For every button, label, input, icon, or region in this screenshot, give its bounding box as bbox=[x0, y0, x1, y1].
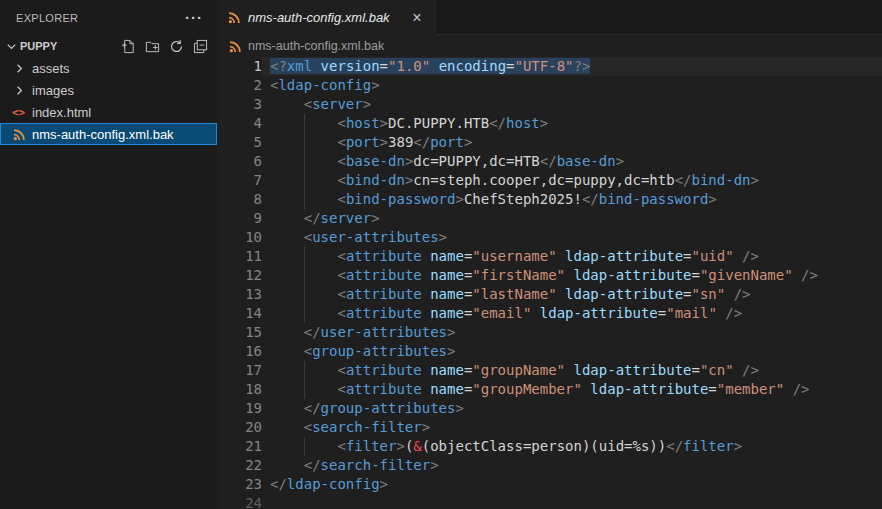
line-text: <ldap-config> bbox=[262, 76, 882, 95]
line-number: 20 bbox=[217, 418, 262, 437]
refresh-icon[interactable] bbox=[167, 37, 185, 55]
line-number: 9 bbox=[217, 209, 262, 228]
code-line-5[interactable]: 5 <port>389</port> bbox=[217, 133, 882, 152]
indent-guide bbox=[304, 304, 305, 323]
indent-guide bbox=[304, 247, 305, 266]
line-number: 13 bbox=[217, 285, 262, 304]
line-number: 17 bbox=[217, 361, 262, 380]
line-number: 5 bbox=[217, 133, 262, 152]
new-folder-icon[interactable] bbox=[143, 37, 161, 55]
chevron-down-icon bbox=[4, 39, 18, 53]
close-icon[interactable]: × bbox=[407, 10, 427, 26]
explorer-sidebar: EXPLORER ··· PUPPY assetsimages<>index.h… bbox=[0, 0, 217, 509]
line-text: </server> bbox=[262, 209, 882, 228]
tab-nms-auth-config[interactable]: nms-auth-config.xml.bak × bbox=[217, 0, 435, 35]
line-text: <user-attributes> bbox=[262, 228, 882, 247]
line-number: 21 bbox=[217, 437, 262, 456]
code-area[interactable]: 1<?xml version="1.0" encoding="UTF-8"?>2… bbox=[217, 57, 882, 509]
explorer-title: EXPLORER bbox=[16, 12, 78, 24]
code-line-2[interactable]: 2<ldap-config> bbox=[217, 76, 882, 95]
editor-group: nms-auth-config.xml.bak × nms-auth-confi… bbox=[217, 0, 882, 509]
line-number: 7 bbox=[217, 171, 262, 190]
collapse-all-icon[interactable] bbox=[191, 37, 209, 55]
line-text: </group-attributes> bbox=[262, 399, 882, 418]
xml-file-icon bbox=[227, 10, 242, 25]
explorer-actions bbox=[119, 37, 209, 55]
text-selection: <?xml version="1.0" encoding="UTF-8"?> bbox=[270, 58, 590, 74]
code-line-3[interactable]: 3 <server> bbox=[217, 95, 882, 114]
line-number: 23 bbox=[217, 475, 262, 494]
item-label: index.html bbox=[32, 105, 91, 120]
code-line-10[interactable]: 10 <user-attributes> bbox=[217, 228, 882, 247]
chevron-right bbox=[12, 61, 32, 76]
indent-guide bbox=[304, 133, 305, 152]
chevron-right bbox=[12, 83, 32, 98]
indent-guide bbox=[304, 266, 305, 285]
indent-guide bbox=[304, 114, 305, 133]
code-line-15[interactable]: 15 </user-attributes> bbox=[217, 323, 882, 342]
code-line-24[interactable]: 24 bbox=[217, 494, 882, 509]
code-line-14[interactable]: 14 <attribute name="email" ldap-attribut… bbox=[217, 304, 882, 323]
line-number: 3 bbox=[217, 95, 262, 114]
xml-icon bbox=[12, 127, 32, 142]
line-text: </user-attributes> bbox=[262, 323, 882, 342]
code-line-9[interactable]: 9 </server> bbox=[217, 209, 882, 228]
line-text: <bind-password>ChefSteph2025!</bind-pass… bbox=[262, 190, 882, 209]
line-text bbox=[262, 494, 882, 509]
code-line-6[interactable]: 6 <base-dn>dc=PUPPY,dc=HTB</base-dn> bbox=[217, 152, 882, 171]
code-line-20[interactable]: 20 <search-filter> bbox=[217, 418, 882, 437]
line-number: 19 bbox=[217, 399, 262, 418]
file-tree: assetsimages<>index.htmlnms-auth-config.… bbox=[0, 57, 217, 145]
line-text: <port>389</port> bbox=[262, 133, 882, 152]
tab-label: nms-auth-config.xml.bak bbox=[248, 10, 407, 25]
line-number: 2 bbox=[217, 76, 262, 95]
line-text: <attribute name="username" ldap-attribut… bbox=[262, 247, 882, 266]
item-label: assets bbox=[32, 61, 70, 76]
code-line-12[interactable]: 12 <attribute name="firstName" ldap-attr… bbox=[217, 266, 882, 285]
line-text: <filter>(&(objectClass=person)(uid=%s))<… bbox=[262, 437, 882, 456]
line-text: <group-attributes> bbox=[262, 342, 882, 361]
line-number: 16 bbox=[217, 342, 262, 361]
code-line-13[interactable]: 13 <attribute name="lastName" ldap-attri… bbox=[217, 285, 882, 304]
workspace-header[interactable]: PUPPY bbox=[0, 35, 217, 57]
line-text: <search-filter> bbox=[262, 418, 882, 437]
line-number: 18 bbox=[217, 380, 262, 399]
folder-item-images[interactable]: images bbox=[0, 79, 217, 101]
code-line-7[interactable]: 7 <bind-dn>cn=steph.cooper,dc=puppy,dc=h… bbox=[217, 171, 882, 190]
line-text: <attribute name="firstName" ldap-attribu… bbox=[262, 266, 882, 285]
html-icon: <> bbox=[12, 106, 32, 119]
folder-item-assets[interactable]: assets bbox=[0, 57, 217, 79]
workspace-name: PUPPY bbox=[20, 40, 119, 52]
breadcrumb[interactable]: nms-auth-config.xml.bak bbox=[217, 35, 882, 57]
line-number: 11 bbox=[217, 247, 262, 266]
line-text: <host>DC.PUPPY.HTB</host> bbox=[262, 114, 882, 133]
tab-bar-empty-space bbox=[435, 0, 882, 35]
indent-guide bbox=[304, 190, 305, 209]
line-number: 22 bbox=[217, 456, 262, 475]
code-line-4[interactable]: 4 <host>DC.PUPPY.HTB</host> bbox=[217, 114, 882, 133]
indent-guide bbox=[304, 361, 305, 380]
code-line-11[interactable]: 11 <attribute name="username" ldap-attri… bbox=[217, 247, 882, 266]
indent-guide bbox=[304, 437, 305, 456]
file-item-nms-auth-config.xml.bak[interactable]: nms-auth-config.xml.bak bbox=[0, 123, 217, 145]
code-line-16[interactable]: 16 <group-attributes> bbox=[217, 342, 882, 361]
file-item-index.html[interactable]: <>index.html bbox=[0, 101, 217, 123]
item-label: images bbox=[32, 83, 74, 98]
breadcrumb-label: nms-auth-config.xml.bak bbox=[248, 39, 384, 53]
code-line-23[interactable]: 23</ldap-config> bbox=[217, 475, 882, 494]
code-line-21[interactable]: 21 <filter>(&(objectClass=person)(uid=%s… bbox=[217, 437, 882, 456]
explorer-header: EXPLORER ··· bbox=[0, 0, 217, 35]
line-number: 4 bbox=[217, 114, 262, 133]
line-number: 8 bbox=[217, 190, 262, 209]
code-line-17[interactable]: 17 <attribute name="groupName" ldap-attr… bbox=[217, 361, 882, 380]
line-number: 12 bbox=[217, 266, 262, 285]
code-line-18[interactable]: 18 <attribute name="groupMember" ldap-at… bbox=[217, 380, 882, 399]
more-actions-icon[interactable]: ··· bbox=[185, 13, 203, 23]
code-line-22[interactable]: 22 </search-filter> bbox=[217, 456, 882, 475]
code-line-19[interactable]: 19 </group-attributes> bbox=[217, 399, 882, 418]
new-file-icon[interactable] bbox=[119, 37, 137, 55]
indent-guide bbox=[304, 152, 305, 171]
vscode-window: EXPLORER ··· PUPPY assetsimages<>index.h… bbox=[0, 0, 882, 509]
code-line-1[interactable]: 1<?xml version="1.0" encoding="UTF-8"?> bbox=[217, 57, 882, 76]
code-line-8[interactable]: 8 <bind-password>ChefSteph2025!</bind-pa… bbox=[217, 190, 882, 209]
